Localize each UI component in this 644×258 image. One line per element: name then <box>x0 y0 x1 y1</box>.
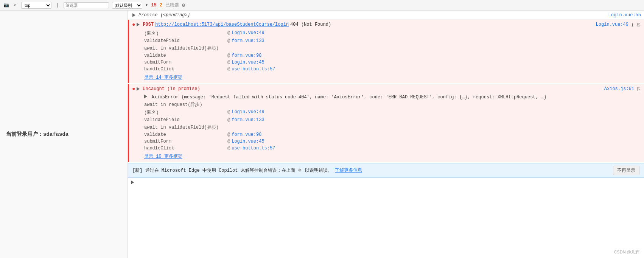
show-more-link-2[interactable]: 显示 10 更多框架 <box>144 154 182 159</box>
stack-func-2-0: await in request(异步) <box>144 101 227 108</box>
stack-row-1-0: (匿名) @ Login.vue:49 <box>129 30 644 37</box>
stack-row-1-5: handleClick @ use-button.ts:57 <box>129 66 644 73</box>
dismiss-button[interactable]: 不再显示 <box>613 166 639 175</box>
stack-link-2-6[interactable]: use-button.ts:57 <box>232 146 275 151</box>
axios-error-text: AxiosError {message: 'Request failed wit… <box>151 95 546 100</box>
stack-row-2-5: submitForm @ Login.vue:45 <box>129 138 644 145</box>
expand-error-1-icon[interactable] <box>137 23 140 26</box>
console-panel: Promise {<pending>} Login.vue:55 ● POST … <box>128 11 644 258</box>
stack-at-1-5: @ <box>227 67 230 72</box>
top-bar: 📷 ⊘ top | 默认级别 ▾ 15 2 已筛选 ⚙ <box>0 0 644 11</box>
error-copy-icon-2[interactable]: ⎘ <box>636 86 641 92</box>
filter-input[interactable] <box>64 2 109 8</box>
uncaught-title: Uncaught (in promise) <box>143 86 200 92</box>
error-header-2: ● Uncaught (in promise) Axios.js:61 ⎘ <box>129 84 644 94</box>
stack-row-2-6: handleClick @ use-button.ts:57 <box>129 145 644 152</box>
stack-link-2-5[interactable]: Login.vue:45 <box>232 139 264 144</box>
stack-row-1-2: await in validateField(异步) <box>129 44 644 52</box>
stack-row-2-1: (匿名) @ Login.vue:49 <box>129 109 644 117</box>
copilot-bar: [新] 通过在 Microsoft Edge 中使用 Copilot 来解释控制… <box>128 163 644 178</box>
stack-link-1-3[interactable]: form.vue:98 <box>232 53 261 58</box>
error-dot-1: ● <box>132 22 135 28</box>
promise-text: Promise {<pending>} <box>138 12 190 18</box>
show-more-row-2: 显示 10 更多框架 <box>129 152 644 162</box>
copilot-text-after: 以说明错误。 <box>305 168 332 173</box>
error-header-left-1: ● POST http://localhost:5173/api/baseStu… <box>132 22 331 28</box>
stack-link-2-4[interactable]: form.vue:98 <box>232 132 261 137</box>
main-content: 当前登录用户：sdafasda Promise {<pending>} Logi… <box>0 11 644 258</box>
expand-promise-icon[interactable] <box>132 13 135 17</box>
stack-link-2-2[interactable]: form.vue:133 <box>232 117 264 123</box>
stack-func-2-6: handleClick <box>144 146 227 151</box>
stack-link-1-1[interactable]: form.vue:133 <box>232 38 264 44</box>
settings-icon[interactable]: ⚙ <box>182 2 185 8</box>
stack-func-2-1: (匿名) <box>144 109 227 116</box>
stack-at-1-0: @ <box>227 30 230 37</box>
expand-axios-icon[interactable] <box>144 95 147 98</box>
level-select[interactable]: top <box>21 2 51 9</box>
screenshot-icon[interactable]: 📷 <box>3 2 9 8</box>
error-header-1: ● POST http://localhost:5173/api/baseStu… <box>129 20 644 30</box>
stack-row-2-2: validateField @ form.vue:133 <box>129 117 644 123</box>
promise-text-left: Promise {<pending>} <box>132 12 190 18</box>
stack-row-1-1: validateField @ form.vue:133 <box>129 37 644 44</box>
stack-func-1-0: (匿名) <box>144 30 227 37</box>
copilot-bar-text: [新] 通过在 Microsoft Edge 中使用 Copilot 来解释控制… <box>132 167 362 174</box>
error-copy-icon-1[interactable]: ⎘ <box>636 22 641 28</box>
stack-at-2-2: @ <box>227 117 230 123</box>
error-source-link-1[interactable]: Login.vue:49 <box>596 22 628 27</box>
show-more-row-1: 显示 14 更多框架 <box>129 73 644 83</box>
bottom-row <box>128 178 644 187</box>
stack-link-2-1[interactable]: Login.vue:49 <box>232 109 264 116</box>
stack-at-1-4: @ <box>227 60 230 65</box>
stack-row-1-4: submitForm @ Login.vue:45 <box>129 59 644 66</box>
error-header-right-2: Axios.js:61 ⎘ <box>604 86 641 92</box>
stack-link-1-4[interactable]: Login.vue:45 <box>232 60 264 65</box>
stack-at-2-5: @ <box>227 139 230 144</box>
stack-row-2-3: await in validateField(异步) <box>129 123 644 131</box>
error-header-left-2: ● Uncaught (in promise) <box>132 86 200 92</box>
stack-row-2-0: await in request(异步) <box>129 101 644 109</box>
expand-error-2-icon[interactable] <box>137 87 140 91</box>
error-info-icon-1[interactable]: ℹ <box>631 22 634 28</box>
promise-source-link[interactable]: Login.vue:55 <box>608 12 641 18</box>
error-block-2: ● Uncaught (in promise) Axios.js:61 ⎘ Ax… <box>128 84 644 162</box>
stack-func-1-1: validateField <box>144 38 227 44</box>
stack-at-2-4: @ <box>227 132 230 137</box>
error-url-1[interactable]: http://localhost:5173/api/baseStudentCou… <box>155 22 289 27</box>
stack-link-1-0[interactable]: Login.vue:49 <box>232 30 264 37</box>
stack-link-1-5[interactable]: use-button.ts:57 <box>232 67 275 72</box>
current-user-label: 当前登录用户：sdafasda <box>6 131 68 138</box>
stack-func-2-3: await in validateField(异步) <box>144 124 227 131</box>
copilot-icon: ⊕ <box>299 167 302 173</box>
copilot-text-before: [新] 通过在 Microsoft Edge 中使用 Copilot 来解释控制… <box>132 168 295 173</box>
stack-func-1-4: submitForm <box>144 60 227 65</box>
error-header-right-1: Login.vue:49 ℹ ⎘ <box>596 22 641 28</box>
stack-func-1-3: validate <box>144 53 227 58</box>
stack-row-2-4: validate @ form.vue:98 <box>129 131 644 138</box>
promise-source-right: Login.vue:55 <box>608 12 641 18</box>
stack-at-1-1: @ <box>227 38 230 44</box>
error-status-1: 404 (Not Found) <box>290 22 331 27</box>
stack-func-2-2: validateField <box>144 117 227 123</box>
left-panel: 当前登录用户：sdafasda <box>0 11 128 258</box>
axios-error-row: AxiosError {message: 'Request failed wit… <box>129 94 644 101</box>
error-count: 15 <box>151 3 156 8</box>
watermark: CSDN @几辉 <box>614 249 639 255</box>
arrow-icon: ▾ <box>145 2 148 8</box>
stack-func-1-2: await in validateField(异步) <box>144 45 227 51</box>
bottom-chevron-icon[interactable] <box>131 180 134 184</box>
error-block-1: ● POST http://localhost:5173/api/baseStu… <box>128 20 644 83</box>
copilot-learn-more-link[interactable]: 了解更多信息 <box>335 168 362 173</box>
stack-func-2-4: validate <box>144 132 227 137</box>
error-source-link-2[interactable]: Axios.js:61 <box>604 86 634 92</box>
show-more-link-1[interactable]: 显示 14 更多框架 <box>144 75 182 80</box>
stop-icon[interactable]: ⊘ <box>12 2 18 8</box>
separator-icon: | <box>54 2 61 8</box>
default-level-select[interactable]: 默认级别 <box>112 2 142 9</box>
stack-at-1-3: @ <box>227 53 230 58</box>
stack-func-2-5: submitForm <box>144 139 227 144</box>
filtered-label: 已筛选 <box>165 2 179 8</box>
stack-row-1-3: validate @ form.vue:98 <box>129 52 644 59</box>
warning-count: 2 <box>160 3 162 8</box>
